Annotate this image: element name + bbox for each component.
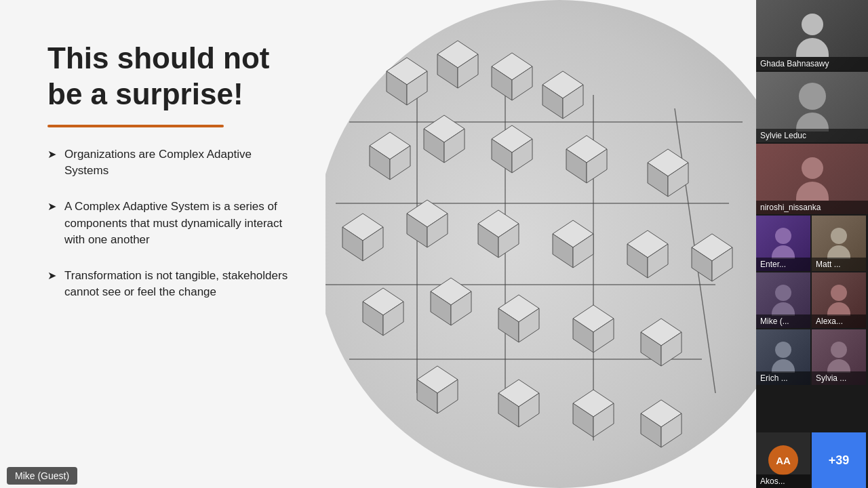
bullet-item-3: ➤ Transformation is not tangible, stakeh… — [47, 268, 298, 301]
participant-name-mike: Mike (... — [756, 314, 810, 328]
participant-name-erich: Erich ... — [756, 371, 810, 385]
bullet-arrow-1: ➤ — [47, 148, 56, 161]
participant-tile-mike: Mike (... — [756, 272, 810, 328]
bullet-item-1: ➤ Organizations are Complex Adaptive Sys… — [47, 146, 298, 180]
participant-tile-niroshi: niroshi_nissanka — [756, 144, 868, 214]
bullet-arrow-2: ➤ — [47, 200, 56, 213]
slide-title: This should not be a surprise! — [47, 41, 298, 113]
bullet-text-1: Organizations are Complex Adaptive Syste… — [64, 146, 298, 180]
participant-tile-ghada: Ghada Bahnasawy — [756, 0, 868, 70]
participant-tile-sylvie: Sylvie Leduc — [756, 72, 868, 142]
participant-tile-erich: Erich ... — [756, 329, 810, 385]
bullet-item-2: ➤ A Complex Adaptive System is a series … — [47, 199, 298, 249]
participant-name-akos: Akos... — [756, 474, 810, 488]
more-participants-badge[interactable]: +39 — [812, 432, 866, 488]
participants-sidebar: Ghada Bahnasawy Sylvie Leduc niroshi_nis… — [756, 0, 868, 488]
participant-name-sylvie: Sylvie Leduc — [756, 129, 868, 142]
slide-graphic — [281, 0, 756, 488]
participant-row-mike-alexa: Mike (... Alexa... — [756, 272, 868, 328]
participant-tile-matt: Matt ... — [812, 216, 866, 271]
participant-name-niroshi: niroshi_nissanka — [756, 201, 868, 214]
akos-avatar: AA — [768, 445, 798, 475]
participant-name-alexa: Alexa... — [812, 314, 866, 328]
slide-text-panel: This should not be a surprise! ➤ Organiz… — [0, 0, 326, 488]
speaker-label: Mike (Guest) — [7, 467, 77, 485]
participant-name-matt: Matt ... — [812, 258, 866, 271]
participant-tile-akos: AA Akos... — [756, 432, 810, 488]
main-presentation-area: This should not be a surprise! ➤ Organiz… — [0, 0, 756, 488]
participant-tile-enter: Enter... — [756, 216, 810, 271]
bullet-arrow-3: ➤ — [47, 269, 56, 282]
akos-initials: AA — [776, 455, 791, 466]
participant-row-erich-sylvia: Erich ... Sylvia ... — [756, 329, 868, 385]
participant-name-sylvia2: Sylvia ... — [812, 371, 866, 385]
participant-name-ghada: Ghada Bahnasawy — [756, 57, 868, 70]
plus-count: +39 — [829, 453, 850, 468]
participant-row-enter-matt: Enter... Matt ... — [756, 216, 868, 271]
presentation-slide: This should not be a surprise! ➤ Organiz… — [0, 0, 756, 488]
participant-name-enter: Enter... — [756, 258, 810, 271]
slide-divider — [47, 125, 224, 127]
participant-tile-alexa: Alexa... — [812, 272, 866, 328]
participant-tile-sylvia2: Sylvia ... — [812, 329, 866, 385]
bottom-bar: Mike (Guest) — [0, 464, 756, 488]
bullet-text-3: Transformation is not tangible, stakehol… — [64, 268, 298, 301]
bullet-text-2: A Complex Adaptive System is a series of… — [64, 199, 298, 249]
participant-row-bottom: AA Akos... +39 — [756, 432, 868, 488]
boxes-diagram — [281, 0, 756, 488]
